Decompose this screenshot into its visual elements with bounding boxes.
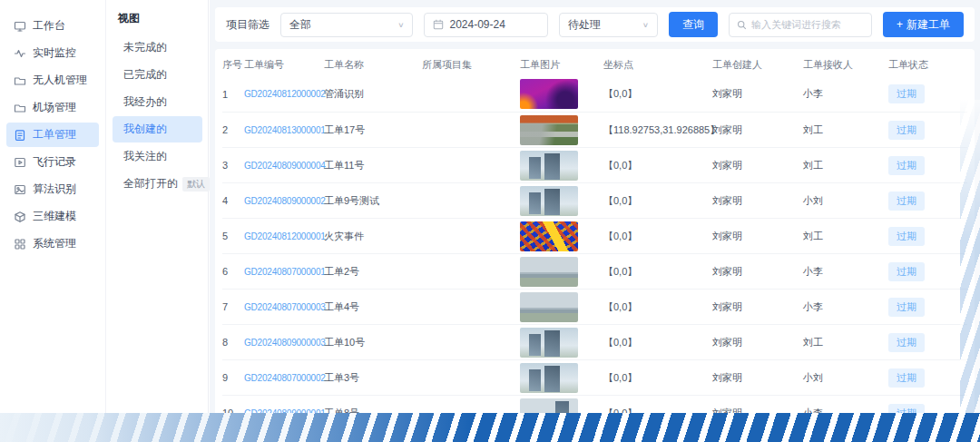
- order-no-link[interactable]: GD20240813000001: [244, 125, 324, 135]
- cell-coordinate: 【118.92753,31.926885】: [603, 123, 712, 137]
- project-select-value: 全部: [289, 17, 311, 33]
- cell-seq: 1: [222, 89, 244, 100]
- cell-order-name: 工单4号: [324, 300, 422, 314]
- table-row: 8GD20240809000003工单10号【0,0】刘家明刘工过期: [222, 324, 967, 359]
- date-value: 2024-09-24: [449, 18, 505, 31]
- cell-receiver: 小李: [803, 300, 888, 314]
- table-row: 3GD20240809000004工单11号【0,0】刘家明刘工过期: [222, 147, 967, 182]
- order-image[interactable]: [520, 79, 578, 109]
- cell-order-name: 工单11号: [324, 159, 422, 172]
- order-no-link[interactable]: GD20240807000002: [244, 373, 324, 383]
- drone-management-icon: [14, 74, 26, 87]
- sidebar-item-label: 工单管理: [33, 127, 76, 142]
- order-no-link[interactable]: GD20240807000001: [244, 267, 324, 277]
- workbench-icon: [14, 20, 26, 33]
- order-no-link[interactable]: GD20240807000003: [244, 302, 324, 312]
- cell-seq: 5: [222, 231, 244, 241]
- sidebar-item-airport-management[interactable]: 机场管理: [6, 95, 99, 120]
- cell-receiver: 小李: [803, 87, 888, 101]
- order-no-link[interactable]: GD20240812000002: [244, 89, 324, 99]
- table-body: 1GD20240812000002管涌识别【0,0】刘家明小李过期2GD2024…: [222, 76, 967, 430]
- default-badge: 默认: [182, 177, 210, 192]
- sidebar-item-label: 实时监控: [33, 45, 76, 61]
- order-no-link[interactable]: GD20240809000003: [244, 338, 324, 348]
- project-filter-label: 项目筛选: [226, 17, 270, 33]
- views-title: 视图: [107, 9, 208, 34]
- column-header-5: 坐标点: [603, 58, 712, 72]
- column-header-4: 工单图片: [520, 58, 603, 72]
- view-item-label: 未完成的: [123, 40, 167, 55]
- order-image[interactable]: [520, 328, 578, 358]
- cell-seq: 8: [222, 337, 244, 348]
- query-button[interactable]: 查询: [669, 12, 718, 37]
- sidebar-item-work-order[interactable]: 工单管理: [6, 123, 99, 147]
- order-image[interactable]: [520, 186, 578, 216]
- project-select[interactable]: 全部 ∨: [280, 13, 413, 37]
- cell-seq: 7: [222, 301, 244, 312]
- status-select[interactable]: 待处理 ∨: [559, 13, 658, 37]
- app-window: 工作台实时监控无人机管理机场管理工单管理飞行记录算法识别三维建模系统管理 视图 …: [0, 0, 980, 442]
- cell-order-name: 工单17号: [324, 123, 422, 137]
- cell-order-name: 工单10号: [324, 336, 422, 349]
- sidebar-item-algorithm-recognition[interactable]: 算法识别: [6, 177, 99, 201]
- sidebar-item-workbench[interactable]: 工作台: [6, 14, 99, 38]
- order-image[interactable]: [520, 363, 578, 393]
- work-order-table: 序号工单编号工单名称所属项目集工单图片坐标点工单创建人工单接收人工单状态 1GD…: [215, 49, 975, 442]
- search-icon: [737, 20, 747, 30]
- status-badge: 过期: [888, 227, 925, 246]
- order-image[interactable]: [520, 115, 578, 145]
- cell-creator: 刘家明: [712, 159, 803, 172]
- cell-order-name: 工单3号: [324, 371, 422, 385]
- chevron-down-icon: ∨: [397, 21, 404, 29]
- table-row: 9GD20240807000002工单3号【0,0】刘家明小刘过期: [222, 359, 967, 395]
- sidebar-nav: 工作台实时监控无人机管理机场管理工单管理飞行记录算法识别三维建模系统管理: [0, 0, 106, 413]
- cell-seq: 2: [222, 124, 244, 135]
- status-badge: 过期: [888, 333, 925, 352]
- sidebar-item-realtime-monitor[interactable]: 实时监控: [6, 41, 99, 65]
- column-header-2: 工单名称: [324, 58, 422, 72]
- cell-creator: 刘家明: [712, 371, 803, 385]
- view-item-5[interactable]: 全部打开的默认: [113, 171, 202, 197]
- cell-order-name: 工单9号测试: [324, 194, 422, 208]
- cell-creator: 刘家明: [712, 194, 803, 208]
- column-header-7: 工单接收人: [803, 58, 888, 72]
- algorithm-recognition-icon: [14, 183, 26, 196]
- sidebar-item-drone-management[interactable]: 无人机管理: [6, 68, 99, 93]
- order-no-link[interactable]: GD20240812000001: [244, 231, 324, 241]
- search-placeholder: 输入关键词进行搜索: [751, 18, 841, 32]
- cell-receiver: 小李: [803, 265, 888, 279]
- cell-creator: 刘家明: [712, 230, 803, 243]
- 3d-modeling-icon: [14, 211, 26, 223]
- order-image[interactable]: [520, 221, 578, 251]
- status-badge: 过期: [888, 121, 925, 140]
- status-badge: 过期: [888, 192, 925, 211]
- column-header-8: 工单状态: [888, 58, 967, 72]
- sidebar-item-flight-record[interactable]: 飞行记录: [6, 150, 99, 174]
- order-no-link[interactable]: GD20240809000002: [244, 196, 324, 206]
- view-item-0[interactable]: 未完成的: [113, 34, 202, 61]
- cell-creator: 刘家明: [712, 123, 803, 137]
- order-image[interactable]: [520, 151, 578, 181]
- cell-creator: 刘家明: [712, 265, 803, 279]
- cell-coordinate: 【0,0】: [603, 265, 712, 279]
- order-image[interactable]: [520, 292, 578, 322]
- status-badge: 过期: [888, 156, 925, 175]
- view-item-3[interactable]: 我创建的: [113, 116, 202, 142]
- view-item-4[interactable]: 我关注的: [113, 143, 202, 170]
- new-order-button[interactable]: + 新建工单: [883, 12, 964, 37]
- chevron-down-icon: ∨: [642, 21, 649, 29]
- status-select-value: 待处理: [568, 17, 601, 33]
- sidebar-item-3d-modeling[interactable]: 三维建模: [6, 204, 99, 229]
- view-item-2[interactable]: 我经办的: [113, 89, 202, 115]
- cell-coordinate: 【0,0】: [603, 159, 712, 172]
- sidebar-item-label: 飞行记录: [33, 154, 76, 170]
- order-no-link[interactable]: GD20240809000004: [244, 161, 324, 171]
- view-item-1[interactable]: 已完成的: [113, 62, 202, 88]
- cell-seq: 3: [222, 160, 244, 171]
- order-image[interactable]: [520, 257, 578, 287]
- sidebar-item-system-management[interactable]: 系统管理: [6, 231, 99, 256]
- search-input[interactable]: 输入关键词进行搜索: [729, 13, 872, 37]
- date-picker[interactable]: 2024-09-24: [424, 13, 548, 37]
- status-badge: 过期: [888, 262, 925, 281]
- cell-coordinate: 【0,0】: [603, 336, 712, 349]
